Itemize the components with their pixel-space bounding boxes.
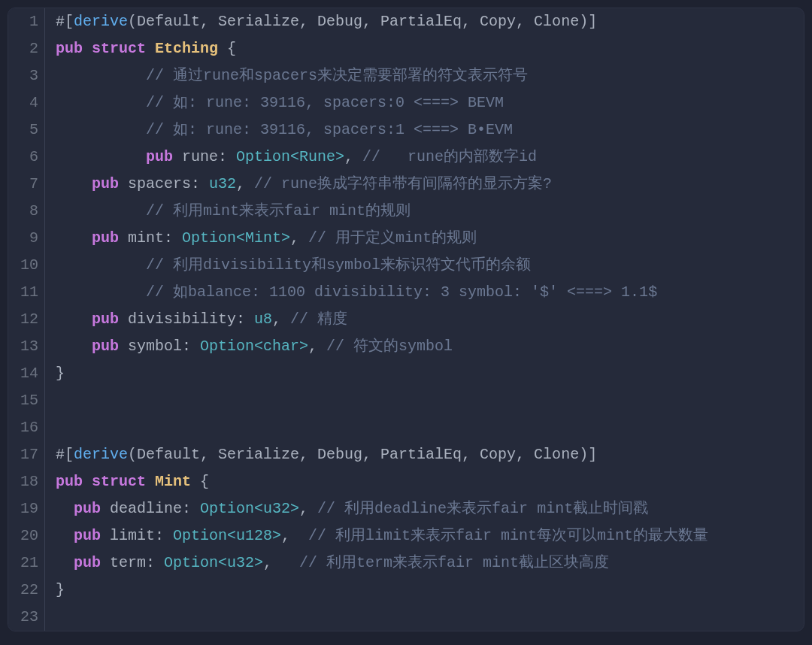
code-content: pub limit: Option<u128>, // 利用limit来表示fa… — [45, 522, 708, 550]
t: #[ — [56, 446, 74, 463]
t: Option<u128> — [173, 527, 281, 544]
t: // 如balance: 1100 divisibility: 3 symbol… — [56, 283, 657, 301]
t: { — [191, 473, 209, 490]
code-line-9: 9 pub mint: Option<Mint>, // 用于定义mint的规则 — [8, 225, 804, 252]
line-number: 6 — [8, 144, 45, 171]
t: , — [263, 554, 272, 571]
t: struct — [83, 473, 146, 490]
code-line-22: 22 } — [8, 577, 804, 604]
code-content: } — [45, 360, 65, 387]
code-line-6: 6 pub rune: Option<Rune>, // rune的内部数字id — [8, 144, 804, 171]
code-content: pub spacers: u32, // rune换成字符串带有间隔符的显示方案… — [45, 171, 552, 198]
line-number: 16 — [8, 414, 45, 441]
t: pub — [56, 40, 83, 57]
t: deadline: — [101, 500, 200, 517]
t: u32 — [209, 175, 236, 192]
t: derive — [74, 13, 128, 30]
code-line-14: 14 } — [8, 360, 804, 387]
t: , — [281, 527, 290, 544]
code-block: 1 #[derive(Default, Serialize, Debug, Pa… — [8, 8, 804, 631]
t: divisibility: — [119, 310, 254, 328]
t: spacers: — [119, 175, 209, 192]
code-content — [45, 604, 56, 631]
t: // 如: rune: 39116, spacers:1 <===> B•EVM — [56, 121, 513, 138]
t: , — [344, 148, 353, 165]
code-line-8: 8 // 利用mint来表示fair mint的规则 — [8, 198, 804, 225]
code-line-15: 15 — [8, 387, 804, 414]
line-number: 8 — [8, 198, 45, 225]
code-content: pub divisibility: u8, // 精度 — [45, 306, 347, 333]
line-number: 19 — [8, 495, 45, 522]
t: , — [308, 338, 317, 355]
t: pub — [56, 527, 101, 544]
code-content: pub symbol: Option<char>, // 符文的symbol — [45, 333, 453, 360]
line-number: 22 — [8, 577, 45, 604]
code-line-12: 12 pub divisibility: u8, // 精度 — [8, 306, 804, 333]
code-line-11: 11 // 如balance: 1100 divisibility: 3 sym… — [8, 279, 804, 306]
code-content — [45, 387, 56, 414]
code-content: pub struct Mint { — [45, 468, 209, 495]
line-number: 2 — [8, 35, 45, 62]
code-content: } — [45, 577, 65, 604]
code-content: pub mint: Option<Mint>, // 用于定义mint的规则 — [45, 225, 477, 252]
t: // 符文的symbol — [317, 338, 453, 355]
t: pub — [56, 310, 119, 328]
t: pub — [56, 473, 83, 490]
t: } — [56, 365, 65, 382]
code-content: // 利用mint来表示fair mint的规则 — [45, 198, 411, 225]
code-content: #[derive(Default, Serialize, Debug, Part… — [45, 441, 597, 468]
code-line-21: 21 pub term: Option<u32>, // 利用term来表示fa… — [8, 550, 804, 577]
t: Option<Rune> — [236, 148, 344, 165]
code-line-3: 3 // 通过rune和spacers来决定需要部署的符文表示符号 — [8, 62, 804, 89]
code-line-18: 18 pub struct Mint { — [8, 468, 804, 495]
line-number: 13 — [8, 333, 45, 360]
t: limit: — [101, 527, 173, 544]
line-number: 3 — [8, 62, 45, 89]
t: // rune换成字符串带有间隔符的显示方案? — [245, 175, 552, 192]
line-number: 5 — [8, 117, 45, 144]
t: , — [272, 310, 281, 328]
t: , — [236, 175, 245, 192]
t: // 利用mint来表示fair mint的规则 — [56, 202, 411, 220]
t: rune: — [173, 148, 236, 165]
code-content: // 通过rune和spacers来决定需要部署的符文表示符号 — [45, 62, 528, 89]
line-number: 14 — [8, 360, 45, 387]
line-number: 21 — [8, 550, 45, 577]
t: Option<u32> — [164, 554, 263, 571]
t: // 用于定义mint的规则 — [299, 229, 477, 247]
code-line-17: 17 #[derive(Default, Serialize, Debug, P… — [8, 441, 804, 468]
t: Etching — [146, 40, 218, 57]
t: pub — [56, 148, 173, 165]
line-number: 15 — [8, 387, 45, 414]
t: Option<char> — [200, 338, 308, 355]
code-line-2: 2 pub struct Etching { — [8, 35, 804, 62]
t: Mint — [146, 473, 191, 490]
code-content: pub rune: Option<Rune>, // rune的内部数字id — [45, 144, 537, 171]
t: symbol: — [119, 338, 200, 355]
code-content: pub struct Etching { — [45, 35, 236, 62]
line-number: 10 — [8, 252, 45, 279]
t: // 通过rune和spacers来决定需要部署的符文表示符号 — [56, 67, 528, 84]
t: { — [218, 40, 236, 57]
t: // rune的内部数字id — [353, 148, 537, 165]
line-number: 7 — [8, 171, 45, 198]
t: // 利用term来表示fair mint截止区块高度 — [272, 554, 609, 571]
line-number: 17 — [8, 441, 45, 468]
t: pub — [56, 338, 119, 355]
code-line-10: 10 // 利用divisibility和symbol来标识符文代币的余额 — [8, 252, 804, 279]
code-content — [45, 414, 56, 441]
t: #[ — [56, 13, 74, 30]
t: (Default, Serialize, Debug, PartialEq, C… — [128, 13, 597, 30]
code-content: // 如balance: 1100 divisibility: 3 symbol… — [45, 279, 657, 306]
t: pub — [56, 500, 101, 517]
t: Option<u32> — [200, 500, 299, 517]
t: } — [56, 581, 65, 598]
code-content: pub term: Option<u32>, // 利用term来表示fair … — [45, 550, 609, 577]
code-line-7: 7 pub spacers: u32, // rune换成字符串带有间隔符的显示… — [8, 171, 804, 198]
t: (Default, Serialize, Debug, PartialEq, C… — [128, 446, 597, 463]
line-number: 12 — [8, 306, 45, 333]
line-number: 9 — [8, 225, 45, 252]
t: , — [290, 229, 299, 247]
code-content: #[derive(Default, Serialize, Debug, Part… — [45, 8, 597, 35]
t: // 如: rune: 39116, spacers:0 <===> BEVM — [56, 94, 504, 111]
